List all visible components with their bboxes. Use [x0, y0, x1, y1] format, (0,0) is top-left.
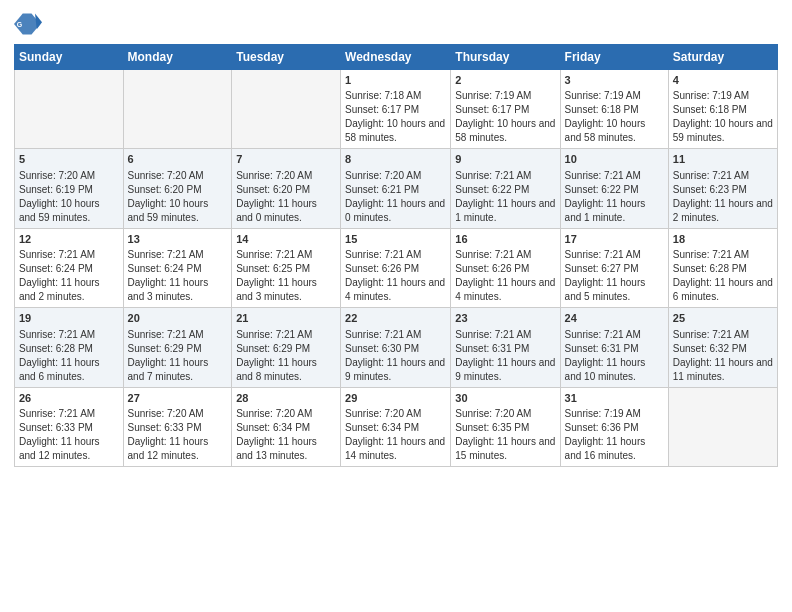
day-info: Sunset: 6:24 PM [19, 262, 119, 276]
calendar-table: SundayMondayTuesdayWednesdayThursdayFrid… [14, 44, 778, 467]
calendar-cell [15, 70, 124, 149]
day-number: 12 [19, 232, 119, 247]
calendar-cell: 13Sunrise: 7:21 AMSunset: 6:24 PMDayligh… [123, 228, 232, 307]
day-number: 24 [565, 311, 664, 326]
calendar-cell: 5Sunrise: 7:20 AMSunset: 6:19 PMDaylight… [15, 149, 124, 228]
day-info: Daylight: 11 hours and 12 minutes. [128, 435, 228, 463]
day-info: Sunset: 6:31 PM [455, 342, 555, 356]
day-info: Daylight: 10 hours and 59 minutes. [19, 197, 119, 225]
day-info: Sunset: 6:20 PM [236, 183, 336, 197]
day-header-thursday: Thursday [451, 45, 560, 70]
day-info: Sunset: 6:19 PM [19, 183, 119, 197]
day-info: Sunset: 6:31 PM [565, 342, 664, 356]
day-info: Sunrise: 7:21 AM [128, 248, 228, 262]
day-number: 19 [19, 311, 119, 326]
day-info: Daylight: 11 hours and 12 minutes. [19, 435, 119, 463]
logo: G [14, 10, 44, 38]
day-info: Sunrise: 7:21 AM [673, 248, 773, 262]
day-info: Daylight: 11 hours and 5 minutes. [565, 276, 664, 304]
day-info: Sunrise: 7:20 AM [236, 169, 336, 183]
day-info: Daylight: 10 hours and 58 minutes. [565, 117, 664, 145]
day-number: 11 [673, 152, 773, 167]
day-info: Sunrise: 7:19 AM [673, 89, 773, 103]
day-info: Sunrise: 7:20 AM [128, 407, 228, 421]
day-number: 9 [455, 152, 555, 167]
day-info: Sunset: 6:18 PM [565, 103, 664, 117]
calendar-week-row: 26Sunrise: 7:21 AMSunset: 6:33 PMDayligh… [15, 387, 778, 466]
calendar-cell [232, 70, 341, 149]
day-info: Sunset: 6:18 PM [673, 103, 773, 117]
day-info: Daylight: 11 hours and 2 minutes. [19, 276, 119, 304]
day-number: 13 [128, 232, 228, 247]
day-info: Sunset: 6:30 PM [345, 342, 446, 356]
day-info: Sunset: 6:26 PM [455, 262, 555, 276]
calendar-cell: 30Sunrise: 7:20 AMSunset: 6:35 PMDayligh… [451, 387, 560, 466]
day-info: Daylight: 11 hours and 6 minutes. [673, 276, 773, 304]
day-info: Daylight: 11 hours and 0 minutes. [345, 197, 446, 225]
day-number: 2 [455, 73, 555, 88]
day-number: 23 [455, 311, 555, 326]
day-header-sunday: Sunday [15, 45, 124, 70]
calendar-header-row: SundayMondayTuesdayWednesdayThursdayFrid… [15, 45, 778, 70]
day-info: Daylight: 11 hours and 9 minutes. [345, 356, 446, 384]
calendar-cell: 3Sunrise: 7:19 AMSunset: 6:18 PMDaylight… [560, 70, 668, 149]
day-info: Sunset: 6:29 PM [236, 342, 336, 356]
day-info: Sunrise: 7:21 AM [565, 328, 664, 342]
day-number: 28 [236, 391, 336, 406]
day-header-monday: Monday [123, 45, 232, 70]
calendar-cell: 19Sunrise: 7:21 AMSunset: 6:28 PMDayligh… [15, 308, 124, 387]
day-info: Sunrise: 7:21 AM [345, 248, 446, 262]
day-info: Sunset: 6:28 PM [19, 342, 119, 356]
logo-icon: G [14, 10, 42, 38]
day-info: Sunrise: 7:21 AM [236, 248, 336, 262]
calendar-cell: 27Sunrise: 7:20 AMSunset: 6:33 PMDayligh… [123, 387, 232, 466]
day-info: Sunrise: 7:20 AM [19, 169, 119, 183]
calendar-week-row: 1Sunrise: 7:18 AMSunset: 6:17 PMDaylight… [15, 70, 778, 149]
calendar-cell: 15Sunrise: 7:21 AMSunset: 6:26 PMDayligh… [341, 228, 451, 307]
calendar-cell: 18Sunrise: 7:21 AMSunset: 6:28 PMDayligh… [668, 228, 777, 307]
day-info: Sunrise: 7:21 AM [128, 328, 228, 342]
day-info: Sunrise: 7:20 AM [128, 169, 228, 183]
day-info: Sunset: 6:35 PM [455, 421, 555, 435]
day-info: Sunset: 6:20 PM [128, 183, 228, 197]
day-info: Sunrise: 7:19 AM [455, 89, 555, 103]
day-info: Daylight: 10 hours and 59 minutes. [128, 197, 228, 225]
calendar-cell: 11Sunrise: 7:21 AMSunset: 6:23 PMDayligh… [668, 149, 777, 228]
day-info: Sunset: 6:29 PM [128, 342, 228, 356]
day-number: 4 [673, 73, 773, 88]
day-info: Daylight: 11 hours and 14 minutes. [345, 435, 446, 463]
day-info: Sunrise: 7:21 AM [673, 169, 773, 183]
calendar-cell: 17Sunrise: 7:21 AMSunset: 6:27 PMDayligh… [560, 228, 668, 307]
day-info: Sunset: 6:33 PM [128, 421, 228, 435]
day-info: Sunrise: 7:21 AM [565, 248, 664, 262]
day-info: Sunrise: 7:20 AM [455, 407, 555, 421]
day-header-friday: Friday [560, 45, 668, 70]
day-info: Sunrise: 7:21 AM [19, 407, 119, 421]
calendar-cell: 26Sunrise: 7:21 AMSunset: 6:33 PMDayligh… [15, 387, 124, 466]
calendar-cell: 1Sunrise: 7:18 AMSunset: 6:17 PMDaylight… [341, 70, 451, 149]
day-info: Daylight: 11 hours and 7 minutes. [128, 356, 228, 384]
calendar-cell: 12Sunrise: 7:21 AMSunset: 6:24 PMDayligh… [15, 228, 124, 307]
day-header-saturday: Saturday [668, 45, 777, 70]
day-info: Daylight: 11 hours and 3 minutes. [236, 276, 336, 304]
calendar-cell: 9Sunrise: 7:21 AMSunset: 6:22 PMDaylight… [451, 149, 560, 228]
day-info: Daylight: 11 hours and 8 minutes. [236, 356, 336, 384]
day-number: 3 [565, 73, 664, 88]
day-info: Daylight: 11 hours and 2 minutes. [673, 197, 773, 225]
day-info: Sunrise: 7:19 AM [565, 89, 664, 103]
day-info: Sunset: 6:17 PM [455, 103, 555, 117]
day-number: 17 [565, 232, 664, 247]
day-info: Sunrise: 7:20 AM [345, 407, 446, 421]
day-number: 31 [565, 391, 664, 406]
day-info: Daylight: 11 hours and 4 minutes. [345, 276, 446, 304]
day-info: Daylight: 11 hours and 1 minute. [455, 197, 555, 225]
day-info: Sunset: 6:25 PM [236, 262, 336, 276]
day-info: Daylight: 10 hours and 58 minutes. [345, 117, 446, 145]
day-info: Daylight: 11 hours and 3 minutes. [128, 276, 228, 304]
day-info: Daylight: 10 hours and 58 minutes. [455, 117, 555, 145]
calendar-cell: 10Sunrise: 7:21 AMSunset: 6:22 PMDayligh… [560, 149, 668, 228]
day-info: Sunset: 6:34 PM [345, 421, 446, 435]
calendar-cell: 23Sunrise: 7:21 AMSunset: 6:31 PMDayligh… [451, 308, 560, 387]
header: G [14, 10, 778, 38]
day-info: Sunset: 6:32 PM [673, 342, 773, 356]
